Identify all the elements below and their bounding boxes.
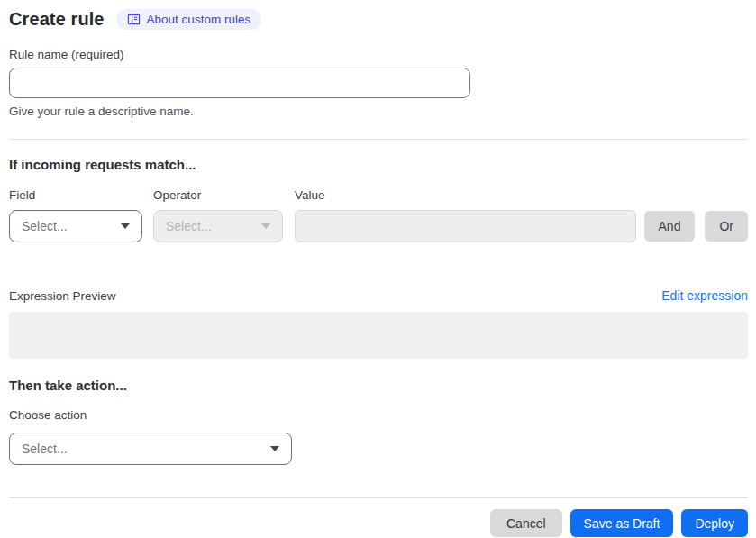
chevron-down-icon (261, 223, 270, 229)
field-select-placeholder: Select... (22, 219, 68, 233)
field-column: Field Select... (9, 188, 142, 242)
footer-actions: Cancel Save as Draft Deploy (9, 509, 748, 537)
match-builder-row: Field Select... Operator Select... Value (9, 188, 748, 242)
expression-preview-row: Expression Preview Edit expression (9, 288, 748, 303)
value-column: Value (295, 188, 636, 242)
rule-name-label: Rule name (required) (9, 48, 748, 61)
edit-expression-link[interactable]: Edit expression (661, 288, 748, 303)
action-section-heading: Then take action... (9, 378, 748, 393)
and-or-group: And Or (644, 211, 748, 242)
rule-name-input[interactable] (9, 68, 470, 98)
choose-action-label: Choose action (9, 408, 748, 422)
choose-action-select[interactable]: Select... (9, 433, 292, 465)
expression-preview-box (9, 312, 748, 359)
page-header: Create rule About custom rules (9, 9, 748, 30)
book-icon (127, 13, 141, 26)
section-divider-top (9, 139, 748, 140)
field-label: Field (9, 188, 142, 202)
value-input (295, 210, 636, 242)
section-divider-bottom (9, 497, 748, 498)
chevron-down-icon (121, 223, 130, 229)
deploy-button[interactable]: Deploy (681, 509, 748, 537)
rule-name-group: Rule name (required) Give your rule a de… (9, 48, 748, 118)
operator-select-placeholder: Select... (166, 219, 212, 233)
operator-column: Operator Select... (153, 188, 283, 242)
value-label: Value (295, 188, 636, 202)
about-custom-rules-link[interactable]: About custom rules (116, 9, 262, 30)
create-rule-page: Create rule About custom rules Rule name… (0, 0, 756, 537)
operator-select: Select... (153, 210, 283, 242)
save-as-draft-button[interactable]: Save as Draft (570, 509, 674, 537)
operator-label: Operator (153, 188, 283, 202)
chevron-down-icon (270, 446, 279, 451)
or-button[interactable]: Or (705, 211, 748, 242)
about-custom-rules-label: About custom rules (147, 13, 251, 26)
page-title: Create rule (9, 9, 105, 30)
and-button[interactable]: And (644, 211, 696, 242)
cancel-button[interactable]: Cancel (490, 509, 562, 537)
rule-name-helper: Give your rule a descriptive name. (9, 105, 748, 118)
choose-action-placeholder: Select... (22, 442, 68, 456)
match-section-heading: If incoming requests match... (9, 157, 748, 172)
expression-preview-label: Expression Preview (9, 289, 116, 303)
field-select[interactable]: Select... (9, 210, 142, 242)
